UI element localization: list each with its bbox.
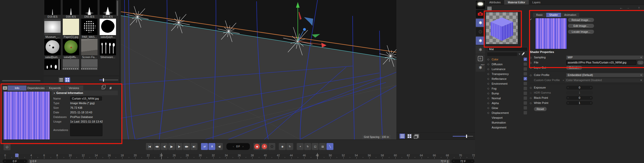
channel-label[interactable]: Normal [491,97,523,100]
channel-row[interactable]: ◇ Transparency [487,71,528,76]
grid-view-button[interactable] [65,77,70,82]
file-path-field[interactable]: assetdb:///Pro Plus Tools/Curtain v15_NR… [566,60,636,65]
transport.buttons.15.name[interactable]: ‹ ↻ › [286,143,293,150]
transport.buttons.3.name[interactable]: ‹ ▶ › [168,143,175,150]
transport.buttons.4.name[interactable]: ‹ |▶ › [176,143,183,150]
asset-thumbnail[interactable]: D70.IES [100,0,116,19]
asset-thumbnail-image[interactable] [81,59,98,70]
end-frame-field[interactable]: ‹ 72 F › [451,159,474,163]
channel-row[interactable]: ◇ Normal [487,96,528,101]
timeline-ruler[interactable]: 0246810121416182022242628303234363840424… [0,154,475,159]
material-name-field[interactable]: Mat [487,47,528,51]
reset-button[interactable]: Reset [534,107,547,111]
channel-label[interactable]: Color [491,58,523,61]
material-preview[interactable] [486,12,518,44]
property-diamond-icon[interactable]: ◇ [530,96,534,99]
transport.buttons.6.name[interactable]: ‹ ▶| › [191,143,197,150]
transport.buttons.14.name[interactable]: ‹ ◉ › [279,143,286,150]
menu-icon[interactable] [487,7,492,10]
history-up-icon[interactable]: ↑ [638,6,640,10]
transport.buttons.9.name[interactable]: ‹ ◀) › [216,143,223,150]
interactive-render-icon[interactable]: ✱ [476,37,485,45]
channel-label[interactable]: Alpha [491,102,523,105]
transport.buttons.5.name[interactable]: ‹ ◆▶ › [183,143,190,150]
spinner-decrease-icon[interactable]: ‹ [568,96,568,99]
property-diamond-icon[interactable]: ◇ [530,86,534,89]
spinner-increase-icon[interactable]: › [590,102,591,104]
viewport-canvas[interactable] [121,0,396,139]
chevron-down-icon[interactable]: ∨ [519,52,520,55]
asset-thumbnail-image[interactable] [100,39,116,55]
asset-thumbnail[interactable]: D50.IES [81,0,98,19]
property-button[interactable]: Select... [566,66,582,70]
shader-tab[interactable]: Shader [546,13,561,17]
asset-thumbnail[interactable]: Screen Fa... [81,39,98,59]
property-diamond-icon[interactable]: ◇ [530,91,534,94]
asset-thumbnail[interactable]: salad[diffu... [63,39,79,59]
slider-handle[interactable] [103,78,104,82]
asset-thumbnail[interactable]: Museum_... [44,19,61,39]
image-action-button[interactable]: Reload Image... [568,18,594,22]
channel-label[interactable]: Glow [491,106,523,110]
channel-checkbox[interactable] [523,86,527,90]
panel-tab[interactable]: Layers [529,0,544,5]
grid-view-button[interactable] [407,134,412,139]
render-region-icon[interactable]: R [476,55,485,63]
asset-thumbnail-image[interactable] [44,59,61,70]
material-preset-dropdown[interactable] [487,52,517,56]
transport.buttons.8.name[interactable]: ‹ A › [208,143,215,150]
channel-checkbox[interactable] [523,67,527,71]
channel-checkbox[interactable] [523,91,527,95]
channel-row[interactable]: ◇ Alpha [487,101,528,105]
channel-row[interactable]: Assignment [487,125,528,130]
channel-row[interactable]: ◇ Environment [487,81,528,86]
decrease-icon[interactable]: ‹ [233,145,234,148]
asset-thumbnail[interactable] [44,59,61,70]
decrease-icon[interactable]: ‹ [453,160,454,162]
transport.buttons.11.name[interactable]: ‹ ◆ › [254,143,260,150]
property-diamond-icon[interactable]: ◇ [530,56,534,59]
render-settings-icon[interactable]: ⚙ [476,28,485,36]
eyedropper-icon[interactable] [522,52,525,56]
history-back-icon[interactable]: ← [619,6,623,10]
channel-row[interactable]: ◇ Bump [487,91,528,96]
asset-thumbnail[interactable]: PAR_MAS... [81,19,98,39]
transport.buttons.10.name[interactable]: ‹ 0 F › [226,143,250,150]
asset-thumbnail-image[interactable] [44,39,61,55]
zoom-slider[interactable] [453,136,473,137]
channel-label[interactable]: Luminance [491,68,523,71]
property-diamond-icon[interactable]: ◇ [530,66,534,69]
transport.buttons.20.name[interactable]: ‹ ╲ › [326,143,333,150]
channel-checkbox[interactable] [523,57,527,61]
preview-range[interactable]: || 0 F 72 F || [29,159,450,163]
channel-row[interactable]: Illumination [487,120,528,125]
viewport-3d[interactable]: Grid Spacing : 100 in [121,0,397,139]
layer-view-button[interactable] [414,134,419,139]
render-view-icon[interactable]: ✱ [476,19,485,27]
spinner-decrease-icon[interactable]: ‹ [568,86,568,89]
channel-checkbox[interactable] [523,111,527,115]
transport.buttons.16.name[interactable]: ‹ + › [297,143,304,150]
channel-label[interactable]: Illumination [487,121,528,124]
increase-icon[interactable]: › [24,160,25,162]
horizontal-scrollbar[interactable] [2,80,40,81]
image-action-button[interactable]: Edit Image... [568,24,594,28]
vertical-scrollbar[interactable] [117,1,118,16]
current-frame-field[interactable]: ‹ 0 F › [3,159,27,163]
transport.buttons.18.name[interactable]: ‹ ◱ › [312,143,319,150]
info-tab[interactable]: Dependencies [27,85,46,91]
asset-thumbnail[interactable]: D30.IES [63,0,79,19]
keyframe-diamond-button[interactable]: ◇ [4,143,10,150]
browse-file-button[interactable]: ... [637,61,643,64]
list-view-button[interactable] [399,134,405,139]
light-material-icon[interactable] [476,1,485,9]
channel-row[interactable]: ◇ Reflectance [487,76,528,81]
increase-icon[interactable]: › [472,160,472,162]
channel-label[interactable]: Assignment [487,126,528,129]
property-spinner[interactable]: ‹ 1 › [566,101,593,105]
channel-checkbox[interactable] [523,62,527,66]
transport.buttons.19.name[interactable]: ‹ ▤ › [319,143,326,150]
asset-thumbnail[interactable] [81,59,98,70]
channel-label[interactable]: Displacement [491,111,523,114]
channel-row[interactable]: ◇ Displacement [487,110,528,115]
